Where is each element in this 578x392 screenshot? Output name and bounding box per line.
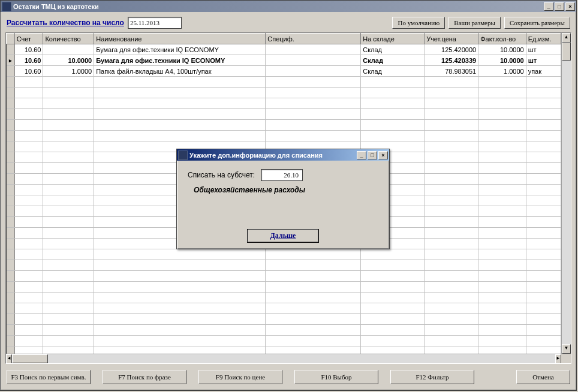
cell[interactable] [526, 346, 561, 354]
cell[interactable] [526, 325, 561, 336]
table-row[interactable] [7, 109, 561, 120]
cell[interactable] [43, 141, 94, 152]
cell[interactable] [361, 314, 425, 325]
cell[interactable] [43, 98, 94, 109]
save-sizes-button[interactable]: Сохранить размеры [504, 17, 570, 29]
cell[interactable] [14, 131, 43, 141]
cell[interactable] [478, 195, 526, 206]
cell[interactable] [266, 314, 361, 325]
cell[interactable] [478, 163, 526, 174]
cell[interactable] [14, 88, 43, 98]
cell[interactable] [43, 260, 94, 271]
cell[interactable] [14, 271, 43, 282]
cell[interactable] [425, 206, 478, 217]
header-fact-qty[interactable]: Факт.кол-во [478, 34, 526, 44]
cell[interactable] [478, 314, 526, 325]
cell[interactable] [425, 260, 478, 271]
table-row[interactable] [7, 120, 561, 131]
cell[interactable] [526, 282, 561, 293]
cell[interactable] [266, 88, 361, 98]
cell[interactable] [478, 98, 526, 109]
cell[interactable] [361, 293, 425, 303]
f9-search-price-button[interactable]: F9 Поиск по цене [198, 370, 282, 384]
cell[interactable] [266, 282, 361, 293]
cell[interactable] [526, 88, 561, 98]
cell[interactable] [526, 98, 561, 109]
cell[interactable] [425, 174, 478, 185]
cell[interactable] [526, 293, 561, 303]
header-quantity[interactable]: Количество [43, 34, 94, 44]
close-button[interactable]: × [565, 2, 575, 11]
cell[interactable] [425, 271, 478, 282]
cell[interactable] [266, 66, 361, 77]
cell[interactable] [478, 206, 526, 217]
cell[interactable] [94, 314, 266, 325]
cell[interactable] [478, 239, 526, 249]
cell[interactable] [94, 293, 266, 303]
cell[interactable] [14, 314, 43, 325]
cell[interactable] [43, 163, 94, 174]
cell[interactable] [14, 206, 43, 217]
next-button[interactable]: Дальше [247, 229, 319, 243]
cell[interactable] [43, 346, 94, 354]
table-row[interactable] [7, 346, 561, 354]
cell[interactable] [526, 152, 561, 163]
scroll-track-horizontal[interactable] [12, 354, 555, 363]
cell[interactable] [14, 303, 43, 314]
cell[interactable] [478, 336, 526, 346]
scroll-thumb-horizontal[interactable] [12, 354, 48, 363]
header-warehouse[interactable]: На складе [361, 34, 425, 44]
cell[interactable] [425, 120, 478, 131]
cell[interactable] [425, 303, 478, 314]
cell[interactable] [361, 303, 425, 314]
cell[interactable] [43, 195, 94, 206]
cell[interactable] [14, 239, 43, 249]
cell[interactable] [266, 271, 361, 282]
cell[interactable] [14, 260, 43, 271]
cell[interactable] [425, 98, 478, 109]
your-sizes-button[interactable]: Ваши размеры [448, 17, 501, 29]
cell[interactable] [478, 346, 526, 354]
cell[interactable] [14, 325, 43, 336]
cell[interactable] [94, 109, 266, 120]
vertical-scrollbar[interactable]: ▲ ▼ [561, 33, 571, 354]
cell[interactable] [425, 131, 478, 141]
cell[interactable] [14, 163, 43, 174]
cell[interactable] [14, 141, 43, 152]
cell[interactable]: Склад [361, 55, 425, 66]
cell[interactable] [425, 282, 478, 293]
cell[interactable] [43, 174, 94, 185]
cell[interactable] [43, 314, 94, 325]
cell[interactable] [425, 163, 478, 174]
cell[interactable] [478, 152, 526, 163]
cell[interactable] [425, 325, 478, 336]
cell[interactable] [526, 217, 561, 228]
cell[interactable] [425, 239, 478, 249]
cell[interactable] [478, 282, 526, 293]
dialog-close-button[interactable]: × [378, 151, 388, 159]
f3-search-start-button[interactable]: F3 Поиск по первым симв. [7, 370, 91, 384]
cell[interactable] [94, 77, 266, 88]
cell[interactable] [478, 217, 526, 228]
main-titlebar[interactable]: Остатки ТМЦ из картотеки _ □ × [1, 1, 576, 12]
cell[interactable] [361, 325, 425, 336]
cell[interactable] [43, 88, 94, 98]
cell[interactable] [14, 217, 43, 228]
cell[interactable] [94, 98, 266, 109]
cell[interactable]: 10.0000 [43, 55, 94, 66]
cell[interactable] [43, 120, 94, 131]
cell[interactable] [94, 325, 266, 336]
cell[interactable] [425, 195, 478, 206]
cell[interactable] [266, 131, 361, 141]
cell[interactable] [425, 88, 478, 98]
cell[interactable] [526, 239, 561, 249]
cell[interactable] [266, 249, 361, 260]
table-row[interactable] [7, 131, 561, 141]
cell[interactable] [43, 336, 94, 346]
cell[interactable] [425, 228, 478, 239]
cell[interactable] [361, 98, 425, 109]
cell[interactable] [361, 260, 425, 271]
cell[interactable] [14, 109, 43, 120]
cell[interactable] [526, 249, 561, 260]
table-row[interactable]: 10.601.0000Папка файл-вкладыш А4, 100шт/… [7, 66, 561, 77]
